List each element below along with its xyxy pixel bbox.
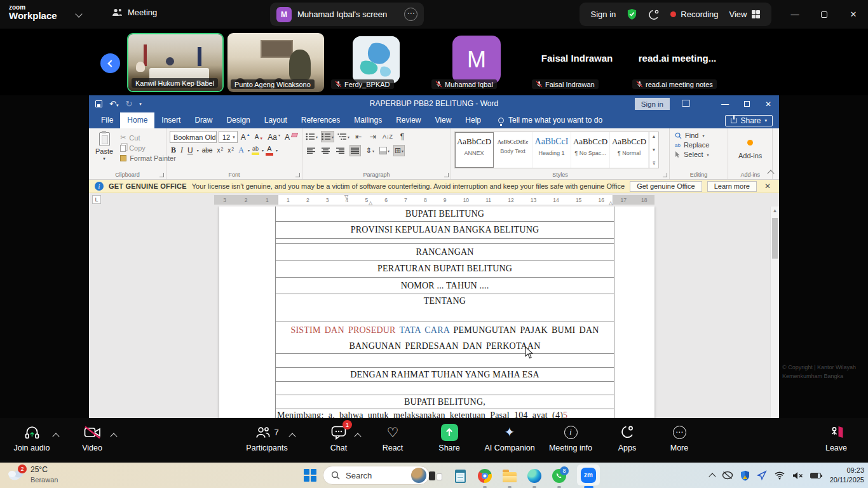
dismiss-warning-icon[interactable]: ✕	[762, 182, 773, 191]
file-explorer-button[interactable]	[500, 467, 519, 485]
first-line-indent-marker[interactable]: ▽	[344, 194, 348, 200]
tab-layout[interactable]: Layout	[257, 112, 294, 128]
tab-design[interactable]: Design	[219, 112, 257, 128]
superscript-button[interactable]: x2	[226, 147, 235, 154]
chrome-app-button[interactable]	[475, 467, 494, 485]
more-options-icon[interactable]: ⋯	[404, 8, 417, 21]
tab-selector[interactable]: L	[92, 195, 101, 204]
highlight-button[interactable]: ab	[252, 146, 259, 155]
text-effects-dropdown-icon[interactable]: ▾	[248, 148, 250, 152]
doc-row[interactable]	[276, 239, 614, 244]
grow-font-button[interactable]: A▲	[240, 133, 252, 142]
weather-widget[interactable]: 2 25°C Berawan	[6, 465, 58, 484]
participants-options-chevron[interactable]	[288, 433, 295, 440]
maximize-button[interactable]	[810, 0, 839, 29]
chat-options-chevron[interactable]	[354, 433, 361, 440]
tab-shared-screen[interactable]: M Muhamad Iqbal's screen ⋯	[270, 3, 424, 26]
sign-in-link[interactable]: Sign in	[591, 10, 616, 19]
tab-review[interactable]: Review	[389, 112, 428, 128]
styles-gallery-scroll[interactable]: ▲ ▼ ⊽	[649, 132, 658, 168]
tab-insert[interactable]: Insert	[154, 112, 187, 128]
font-name-combo[interactable]: Bookman Old Sty▾	[170, 131, 217, 143]
clear-formatting-button[interactable]: A	[283, 133, 299, 142]
doc-row-menimbang[interactable]: Menimbang : a. bahwa untuk melaksanakan …	[276, 409, 614, 418]
align-right-button[interactable]	[335, 145, 346, 156]
chevron-down-icon[interactable]	[75, 10, 82, 17]
share-screen-button[interactable]: Share	[423, 424, 476, 452]
document-page[interactable]: BUPATI BELITUNG PROVINSI KEPULAUAN BANGK…	[219, 207, 654, 418]
scroll-up-icon[interactable]: ▲	[652, 134, 656, 139]
chat-button[interactable]: 1 Chat	[312, 424, 365, 452]
text-effects-button[interactable]: A	[237, 146, 245, 155]
align-center-button[interactable]	[320, 145, 332, 156]
sort-button[interactable]: A↓Z	[382, 131, 393, 142]
doc-row[interactable]: NOMOR ... TAHUN ....	[276, 278, 614, 294]
more-button[interactable]: ⋯ More	[653, 424, 706, 452]
leave-button[interactable]: Leave	[808, 424, 864, 452]
tab-home[interactable]: Home	[120, 112, 154, 128]
style-normal[interactable]: AaBbCcD ¶ Normal	[610, 132, 649, 168]
bullets-button[interactable]: ▾	[306, 131, 318, 142]
line-spacing-button[interactable]: ⇕▾	[364, 145, 376, 156]
italic-button[interactable]: I	[179, 146, 184, 155]
style-no-spacing[interactable]: AaBbCcD ¶ No Spac...	[571, 132, 610, 168]
notepad-app-button[interactable]	[451, 467, 470, 485]
shading-button[interactable]: ▾	[379, 145, 390, 156]
right-indent-marker[interactable]: △	[609, 201, 613, 206]
audio-options-chevron[interactable]	[52, 433, 59, 440]
edge-app-button[interactable]	[525, 467, 544, 485]
video-tile-readai[interactable]: read.ai meeting... read.ai meeting notes	[629, 33, 726, 92]
justify-button[interactable]	[349, 145, 361, 156]
meeting-info-button[interactable]: i Meeting info	[540, 424, 601, 452]
join-audio-button[interactable]: Join audio	[5, 424, 58, 452]
tab-help[interactable]: Help	[458, 112, 488, 128]
video-button[interactable]: Video	[65, 424, 119, 452]
video-tile-faisal[interactable]: Faisal Indrawan Faisal Indrawan	[529, 33, 625, 92]
style-heading-1[interactable]: AaBbCcI Heading 1	[532, 132, 571, 168]
font-color-button[interactable]: A	[266, 146, 273, 156]
whatsapp-app-button[interactable]: 8	[550, 467, 569, 485]
scroll-down-icon[interactable]: ▼	[652, 147, 656, 152]
underline-button[interactable]: U	[186, 146, 194, 155]
doc-row[interactable]: BUPATI BELITUNG,	[276, 395, 614, 409]
paste-dropdown-icon[interactable]: ▾	[103, 156, 105, 161]
security-warning-icon[interactable]	[740, 470, 750, 481]
taskbar-clock[interactable]: 09:23 20/11/2025	[830, 466, 864, 485]
tab-mailings[interactable]: Mailings	[347, 112, 389, 128]
ribbon-display-options-icon[interactable]	[682, 100, 690, 107]
get-genuine-office-button[interactable]: Get genuine Office	[630, 181, 702, 192]
hidden-icons-chevron[interactable]	[709, 473, 715, 480]
underline-dropdown-icon[interactable]: ▾	[197, 148, 199, 152]
doc-row-title[interactable]: SISTIM DAN PROSEDUR TATA CARA PEMUNGUTAN…	[276, 322, 614, 354]
office-sign-in-button[interactable]: Sign in	[635, 98, 670, 110]
borders-button[interactable]: ⊞▾	[393, 145, 405, 156]
dialog-launcher-icon[interactable]	[444, 173, 449, 177]
replace-button[interactable]: ab Replace	[675, 141, 722, 149]
video-tile-ferdy[interactable]: Ferdy_BPKAD	[328, 33, 424, 92]
bold-button[interactable]: B	[170, 146, 177, 155]
ai-companion-button[interactable]: ✦ AI Companion	[479, 424, 540, 452]
video-tile-kanwil[interactable]: Kanwil Hukum Kep Babel	[127, 33, 224, 92]
tab-meeting[interactable]: Meeting	[112, 8, 157, 17]
battery-icon[interactable]	[810, 473, 821, 478]
security-shield-icon[interactable]	[627, 8, 637, 20]
align-left-button[interactable]	[306, 145, 317, 156]
taskbar-search[interactable]: Search	[323, 466, 430, 485]
tab-references[interactable]: References	[294, 112, 347, 128]
doc-row[interactable]	[276, 354, 614, 368]
vertical-scrollbar[interactable]: ▲	[770, 207, 779, 418]
tab-view[interactable]: View	[428, 112, 459, 128]
word-restore-button[interactable]	[736, 95, 757, 112]
find-button[interactable]: Find▾	[675, 132, 722, 139]
word-close-button[interactable]: ✕	[757, 95, 779, 112]
wifi-icon[interactable]	[774, 471, 785, 480]
increase-indent-button[interactable]: ⇥	[367, 131, 379, 142]
participants-button[interactable]: 7 Participants	[240, 424, 294, 452]
change-case-button[interactable]: Aa▾	[266, 133, 281, 142]
tab-draw[interactable]: Draw	[187, 112, 219, 128]
close-button[interactable]: ✕	[839, 0, 868, 29]
dialog-launcher-icon[interactable]	[295, 173, 300, 177]
view-button[interactable]: View	[729, 10, 760, 19]
shrink-font-button[interactable]: A▼	[254, 133, 265, 140]
volume-muted-icon[interactable]	[792, 471, 803, 480]
